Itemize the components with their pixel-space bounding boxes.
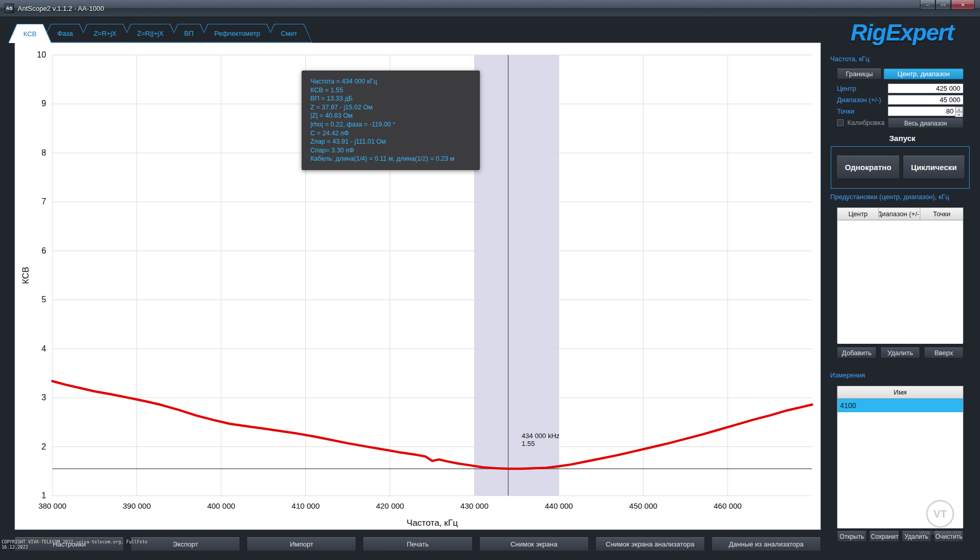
window-controls: – ▭ ✕ bbox=[920, 0, 975, 10]
tab-bar: КСВФазаZ=R+jXZ=R||+jXВПРефлектометрСмит bbox=[8, 24, 303, 43]
x-tick-label: 400 000 bbox=[207, 501, 235, 510]
name-column-header[interactable]: Имя bbox=[837, 386, 963, 399]
tab-z-r-plus-jx[interactable]: Z=R+jX bbox=[79, 24, 132, 43]
x-tick-label: 420 000 bbox=[376, 501, 404, 510]
tab-face: Z=R||+jX bbox=[123, 24, 178, 42]
x-tick-label: 430 000 bbox=[460, 501, 488, 510]
center-field-row: Центр bbox=[837, 83, 963, 93]
tooltip-line: КСВ = 1.55 bbox=[310, 86, 471, 95]
app-window: AS AntScope2 v.1.1.2 - AA-1000 – ▭ ✕ КСВ… bbox=[0, 0, 980, 560]
move-up-button[interactable]: Вверх bbox=[924, 347, 963, 358]
points-field-row: Точки ▲ ▼ bbox=[837, 106, 963, 116]
x-tick-label: 440 000 bbox=[545, 501, 573, 510]
close-button[interactable]: ✕ bbox=[951, 0, 975, 10]
points-label: Точки bbox=[837, 107, 855, 115]
presets-column-header[interactable]: Точки bbox=[920, 208, 963, 220]
app-icon: AS bbox=[5, 4, 14, 13]
run-section-title: Запуск bbox=[829, 134, 975, 143]
tooltip-line: Частота = 434 000 кГц bbox=[310, 77, 471, 86]
swr-chart-panel: 380 000390 000400 000410 000420 000430 0… bbox=[15, 43, 821, 530]
tab-reflektometr[interactable]: Рефлектометр bbox=[200, 24, 275, 43]
minimize-button[interactable]: – bbox=[920, 0, 935, 10]
maximize-button[interactable]: ▭ bbox=[935, 0, 951, 10]
tab-label: Z=R+jX bbox=[94, 30, 117, 37]
spin-up-icon[interactable]: ▲ bbox=[955, 107, 963, 112]
x-axis-title: Частота, кГц bbox=[407, 518, 458, 528]
x-tick-label: 410 000 bbox=[292, 501, 320, 510]
delete-preset-button[interactable]: Удалить bbox=[880, 347, 920, 358]
watermark-logo: VT viva-telecom.org bbox=[906, 500, 974, 536]
screenshot-button[interactable]: Снимок экрана bbox=[479, 537, 589, 551]
x-tick-label: 380 000 bbox=[38, 501, 66, 510]
run-box: Однократно Циклически bbox=[831, 146, 970, 189]
bounds-mode-button[interactable]: Границы bbox=[837, 68, 882, 79]
y-tick-label: 2 bbox=[41, 442, 46, 451]
watermark-site: viva-telecom.org bbox=[906, 529, 974, 536]
save-measurement-button[interactable]: Сохранить bbox=[869, 531, 899, 542]
y-tick-label: 9 bbox=[41, 99, 46, 108]
presets-buttons: ДобавитьУдалитьВверх bbox=[837, 347, 963, 358]
tab-face: Рефлектометр bbox=[200, 24, 275, 42]
import-button[interactable]: Импорт bbox=[247, 537, 356, 551]
x-tick-label: 460 000 bbox=[714, 501, 742, 510]
open-measurement-button[interactable]: Открыть bbox=[837, 531, 867, 542]
cyclic-run-button[interactable]: Циклически bbox=[903, 156, 965, 179]
tab-smit[interactable]: Смит bbox=[266, 24, 313, 43]
center-span-mode-button[interactable]: Центр, диапазон bbox=[884, 68, 963, 79]
analyzer-data-button[interactable]: Данные из анализатора bbox=[712, 537, 821, 551]
presets-column-header[interactable]: Диапазон (+/-) bbox=[879, 208, 920, 220]
measurement-item[interactable]: 4100 bbox=[837, 399, 963, 412]
presets-table-body[interactable] bbox=[837, 220, 963, 344]
cursor-label-swr: 1.55 bbox=[522, 440, 535, 447]
span-input[interactable] bbox=[888, 95, 963, 105]
tab-label: Фаза bbox=[58, 30, 73, 37]
y-tick-label: 8 bbox=[41, 148, 46, 157]
tooltip-line: ВП = 13.33 дБ bbox=[310, 94, 471, 103]
titlebar: AS AntScope2 v.1.1.2 - AA-1000 – ▭ ✕ bbox=[0, 0, 980, 17]
span-label: Диапазон (+/-) bbox=[837, 96, 881, 104]
tooltip-line: Zпар = 43.91 - j111.01 Ом bbox=[310, 137, 471, 146]
center-label: Центр bbox=[837, 85, 856, 92]
points-input-wrap: ▲ ▼ bbox=[888, 106, 963, 116]
frequency-mode-row: Границы Центр, диапазон bbox=[837, 68, 963, 79]
tooltip-line: |rho| = 0.22, фаза = -119.00 ° bbox=[310, 120, 471, 129]
y-tick-label: 7 bbox=[41, 197, 46, 206]
measurements-label: Измерения bbox=[830, 371, 865, 379]
presets-column-header[interactable]: Центр bbox=[837, 208, 879, 220]
analyzer-screenshot-button[interactable]: Снимок экрана анализатора bbox=[595, 537, 705, 551]
tab-z-r-par-jx[interactable]: Z=R||+jX bbox=[122, 24, 179, 43]
spin-down-icon[interactable]: ▼ bbox=[955, 112, 963, 117]
presets-table: ЦентрДиапазон (+/-)Точки bbox=[837, 207, 963, 343]
y-axis-title: КСВ bbox=[21, 267, 31, 284]
tab-label: Рефлектометр bbox=[215, 30, 260, 37]
watermark-line1: COPYRIGHT VIVA-TELECOM 2022, viva-teleco… bbox=[2, 539, 147, 544]
points-input[interactable] bbox=[888, 106, 963, 116]
span-field-row: Диапазон (+/-) bbox=[837, 94, 963, 105]
y-tick-label: 5 bbox=[41, 295, 46, 304]
tooltip-line: C = 24.42 пФ bbox=[310, 129, 471, 138]
full-range-button[interactable]: Весь диапазон bbox=[888, 118, 963, 128]
y-tick-label: 10 bbox=[37, 50, 46, 59]
print-button[interactable]: Печать bbox=[363, 537, 472, 551]
tab-label: Смит bbox=[281, 30, 297, 37]
frequency-section-label: Частота, кГц bbox=[830, 55, 870, 63]
tab-face: Z=R+jX bbox=[79, 24, 131, 42]
cursor-band bbox=[474, 55, 559, 496]
tab-label: ВП bbox=[184, 30, 194, 37]
window-title: AntScope2 v.1.1.2 - AA-1000 bbox=[18, 5, 104, 12]
tab-ksv[interactable]: КСВ bbox=[8, 24, 52, 43]
add-preset-button[interactable]: Добавить bbox=[837, 347, 876, 358]
tab-label: КСВ bbox=[23, 30, 37, 38]
calibration-checkbox[interactable] bbox=[837, 119, 844, 126]
single-run-button[interactable]: Однократно bbox=[836, 156, 900, 179]
tooltip-line: |Z| = 40.83 Ом bbox=[310, 111, 471, 120]
calibration-label: Калибровка bbox=[847, 119, 885, 127]
tab-label: Z=R||+jX bbox=[137, 30, 164, 37]
measurements-table-header: Имя bbox=[837, 386, 963, 399]
sidebar: RigExpert Частота, кГц Границы Центр, ди… bbox=[829, 19, 975, 548]
calibration-row: Калибровка Весь диапазон bbox=[837, 118, 963, 129]
viva-telecom-emblem-icon: VT bbox=[926, 500, 954, 528]
tooltip-line: Кабель: длина(1/4) = 0.11 м, длина(1/2) … bbox=[310, 155, 471, 163]
center-input[interactable] bbox=[888, 83, 963, 93]
tooltip-line: Спар= 3.30 пФ bbox=[310, 146, 471, 155]
